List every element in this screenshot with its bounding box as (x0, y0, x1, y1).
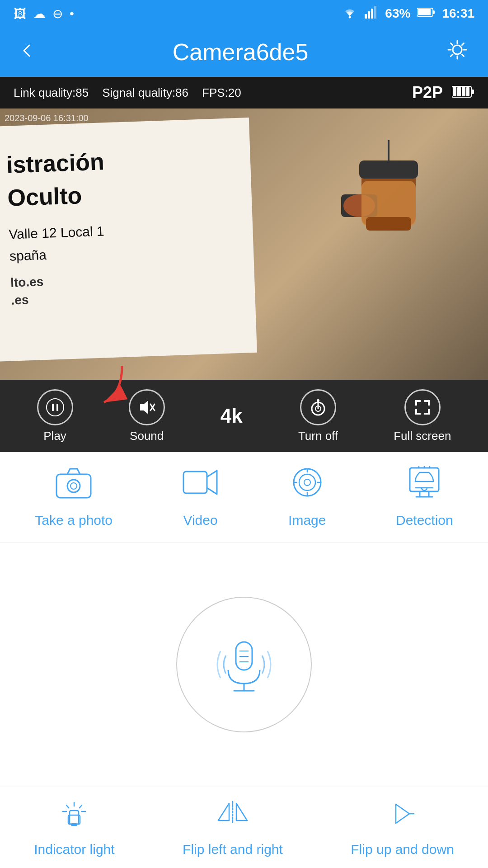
take-photo-label: Take a photo (35, 513, 113, 528)
back-button[interactable] (18, 40, 36, 65)
play-label: Play (43, 429, 66, 443)
svg-point-0 (349, 16, 351, 18)
full-screen-icon (404, 389, 441, 425)
battery-percent: 63% (385, 6, 410, 21)
svg-rect-2 (368, 11, 370, 19)
turn-off-icon (300, 389, 336, 425)
flip-up-down-button[interactable]: Flip up and down (351, 798, 454, 857)
svg-point-34 (70, 483, 77, 489)
cloud-icon: ☁ (33, 6, 46, 21)
svg-rect-24 (56, 404, 58, 411)
detection-icon (406, 466, 442, 506)
svg-rect-11 (457, 87, 461, 96)
status-icons-left: 🖼 ☁ ⊖ • (14, 6, 74, 21)
camera-paper: istración Oculto Valle 12 Local 1 spaña … (0, 118, 257, 362)
bottom-row: Indicator light Flip left and right (0, 787, 488, 868)
time-display: 16:31 (442, 6, 474, 21)
video-label: Video (183, 513, 217, 528)
flip-up-down-icon (387, 798, 418, 836)
svg-line-58 (80, 805, 82, 808)
status-bar: 🖼 ☁ ⊖ • 63% (0, 0, 488, 27)
info-stats: Link quality:85 Signal quality:86 FPS:20 (14, 86, 241, 100)
info-mode: P2P (412, 83, 474, 102)
svg-point-38 (304, 479, 310, 486)
middle-section (0, 542, 488, 787)
battery-icon (417, 6, 435, 21)
page-title: Camera6de5 (173, 38, 309, 66)
top-bar: Camera6de5 (0, 27, 488, 77)
take-photo-button[interactable]: Take a photo (35, 466, 113, 528)
sound-label: Sound (130, 429, 164, 443)
indicator-light-button[interactable]: Indicator light (34, 798, 114, 857)
turn-off-button[interactable]: Turn off (298, 389, 338, 443)
svg-rect-13 (466, 87, 469, 96)
svg-rect-7 (433, 10, 435, 14)
play-icon (37, 389, 73, 425)
indicator-light-label: Indicator light (34, 842, 114, 857)
svg-rect-6 (418, 9, 431, 15)
camera-device-illustration (334, 136, 443, 280)
svg-rect-23 (52, 404, 54, 411)
play-button[interactable]: Play (37, 389, 73, 443)
fps: FPS:20 (202, 86, 241, 100)
svg-rect-21 (366, 217, 411, 231)
svg-line-56 (66, 805, 69, 808)
resolution-label: 4k (221, 405, 243, 427)
detection-label: Detection (396, 513, 453, 528)
camera-feed: 2023-09-06 16:31:00 istración Oculto Val… (0, 108, 488, 380)
flip-up-down-label: Flip up and down (351, 842, 454, 857)
svg-rect-14 (471, 90, 474, 94)
signal-quality: Signal quality:86 (102, 86, 188, 100)
svg-rect-3 (371, 9, 373, 19)
image-icon: 🖼 (14, 6, 26, 21)
camera-timestamp: 2023-09-06 16:31:00 (5, 113, 89, 123)
svg-point-22 (47, 399, 64, 416)
svg-rect-32 (56, 474, 91, 498)
svg-point-8 (453, 45, 462, 54)
svg-rect-53 (70, 811, 79, 824)
turn-off-label: Turn off (298, 429, 338, 443)
sound-button[interactable]: Sound (129, 389, 165, 443)
svg-point-33 (67, 480, 80, 492)
status-icons-right: 63% 16:31 (342, 6, 474, 22)
paper-url: lto.es .es (10, 266, 237, 309)
control-bar: Play Sound 4k (0, 380, 488, 452)
svg-rect-60 (71, 823, 77, 826)
connection-mode: P2P (412, 83, 443, 102)
paper-address: Valle 12 Local 1 spaña (9, 216, 236, 267)
svg-rect-17 (359, 160, 418, 179)
svg-rect-1 (365, 14, 367, 19)
minus-icon: ⊖ (52, 6, 63, 21)
image-label: Image (288, 513, 326, 528)
resolution-display: 4k (221, 405, 243, 427)
svg-rect-4 (374, 6, 376, 19)
signal-icon (365, 6, 378, 22)
svg-point-37 (299, 474, 315, 491)
take-photo-icon (56, 466, 92, 506)
video-icon (183, 466, 219, 506)
dot-icon: • (70, 6, 74, 21)
mic-circle (176, 597, 312, 732)
image-button[interactable]: Image (288, 466, 326, 528)
video-button[interactable]: Video (183, 466, 219, 528)
svg-rect-12 (462, 87, 465, 96)
svg-rect-35 (183, 472, 207, 493)
arrow-indicator (95, 362, 131, 413)
wifi-icon (342, 6, 358, 22)
flip-left-right-icon (215, 798, 251, 836)
paper-content: istración Oculto Valle 12 Local 1 spaña … (0, 118, 256, 332)
detection-button[interactable]: Detection (396, 466, 453, 528)
settings-button[interactable] (445, 37, 470, 67)
flip-left-right-button[interactable]: Flip left and right (183, 798, 283, 857)
indicator-light-icon (58, 798, 90, 836)
svg-point-36 (294, 469, 321, 496)
sound-icon (129, 389, 165, 425)
flip-left-right-label: Flip left and right (183, 842, 283, 857)
action-row: Take a photo Video Image (0, 452, 488, 542)
battery-full-icon (452, 83, 474, 102)
link-quality: Link quality:85 (14, 86, 89, 100)
svg-rect-10 (453, 87, 456, 96)
full-screen-button[interactable]: Full screen (394, 389, 451, 443)
info-bar: Link quality:85 Signal quality:86 FPS:20… (0, 77, 488, 108)
image-icon (289, 466, 325, 506)
